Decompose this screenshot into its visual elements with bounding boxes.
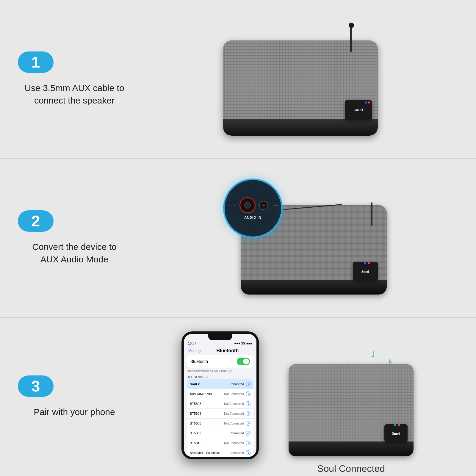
device-audi-name: Audi MMI 3799 — [190, 392, 224, 396]
device-bt5808-1-name: BT5808 — [190, 402, 224, 405]
smof-logo-1: Smof — [354, 108, 364, 112]
step-3-speaker: Smof — [289, 358, 416, 456]
bluetooth-label: Bluetooth — [190, 359, 208, 364]
step-1-speaker: Smof — [217, 23, 384, 136]
device-audi-info[interactable]: ℹ — [246, 392, 250, 396]
smof-logo-3: Smof — [392, 431, 400, 436]
device-bt5808-3-status: Not Connected — [224, 422, 244, 425]
device-bt5815-info[interactable]: ℹ — [246, 441, 250, 445]
step-1-badge: 1 — [18, 51, 54, 73]
smof-device-3: Smof — [384, 424, 408, 442]
bluetooth-toggle[interactable] — [237, 358, 250, 365]
smof-logo-2: Smof — [361, 270, 369, 274]
device-bt5815-status: Not Connected — [224, 441, 244, 445]
device-bose-mini-status: Connected — [230, 451, 244, 455]
device-soul2-info[interactable]: ℹ — [246, 382, 250, 386]
smof-device-1: Smof — [345, 100, 372, 120]
device-soul2-name: Soul 2 — [190, 382, 230, 386]
soul-connected-text: Soul Connected — [317, 463, 385, 474]
my-devices-header: MY DEVICES — [187, 374, 253, 379]
device-bt5808-2-name: BT5808 — [190, 412, 224, 415]
phone-time: 16:37 — [188, 342, 196, 345]
phone-back-label: Settings — [189, 349, 202, 353]
step-2-badge: 2 — [18, 210, 54, 232]
audio-in-label: AUDIO IN — [244, 216, 262, 219]
step-3-badge: 3 — [18, 375, 54, 397]
step-2-description: Convert the device toAUX Audio Mode — [18, 241, 131, 266]
phone-nav-bar: ‹ Settings Bluetooth — [184, 346, 256, 355]
step-2-row: 2 Convert the device toAUX Audio Mode TA… — [0, 159, 476, 318]
speaker-body-1 — [223, 40, 378, 136]
device-bt5808-2[interactable]: BT5808 Not Connected ℹ — [187, 409, 253, 419]
device-bt5808-1-info[interactable]: ℹ — [246, 401, 250, 406]
device-bt5808-1[interactable]: BT5808 Not Connected ℹ — [187, 399, 253, 409]
device-list: Soul 2 Connected ℹ Audi MMI 3799 Not Con… — [187, 379, 253, 457]
step-3-speaker-area: ♪ ♫ ♩ ♪ ♬ — [283, 337, 419, 456]
phone-notch — [208, 334, 232, 340]
device-bt5808-3-name: BT5808 — [190, 422, 224, 425]
phone-body: 16:37 ●●● 3G ■■■ ‹ Settings Bluetooth — [181, 331, 259, 459]
speaker-base-1 — [223, 119, 378, 136]
device-bose-mini-info[interactable]: ℹ — [246, 450, 250, 455]
step-3-left: 3 Pair with your phone — [18, 375, 143, 418]
step-3-description: Pair with your phone — [18, 406, 131, 418]
device-bt5809-name: BT5809 — [190, 431, 230, 435]
device-bt5809-status: Connected — [230, 432, 244, 435]
bluetooth-toggle-row: Bluetooth — [187, 355, 253, 368]
device-bt5808-1-status: Not Connected — [224, 402, 244, 405]
device-bt5808-3[interactable]: BT5808 Not Connected ℹ — [187, 419, 253, 428]
step-1-description: Use 3.5mm AUX cable toconnect the speake… — [18, 82, 131, 107]
step-2-right: TATUS SUB AUDIO IN — [143, 168, 458, 308]
phone-screen: 16:37 ●●● 3G ■■■ ‹ Settings Bluetooth — [184, 334, 256, 457]
phone-content: Bluetooth Now discoverable as "My iPhone… — [184, 355, 256, 457]
device-bose-mini[interactable]: Bose Mini II SoundLink Connected ℹ — [187, 448, 253, 457]
step-1-row: 1 Use 3.5mm AUX cable toconnect the spea… — [0, 0, 476, 159]
smof-device-2: Smof — [353, 262, 378, 281]
step-3-right: 16:37 ●●● 3G ■■■ ‹ Settings Bluetooth — [143, 327, 458, 467]
device-bt5808-3-info[interactable]: ℹ — [246, 421, 250, 426]
device-bt5809[interactable]: BT5809 Connected ✓ — [187, 428, 253, 438]
device-bt5808-2-status: Not Connected — [224, 412, 244, 415]
music-note-3: ♩ — [371, 349, 375, 359]
phone-status-bar: 16:37 ●●● 3G ■■■ — [184, 340, 256, 346]
device-bt5808-2-info[interactable]: ℹ — [246, 411, 250, 416]
step-3-row: 3 Pair with your phone 16:37 ●●● 3G ■■■ — [0, 318, 476, 476]
bt-subtitle: Now discoverable as "My iPhone (2)" — [187, 369, 253, 374]
step-1-left: 1 Use 3.5mm AUX cable toconnect the spea… — [18, 51, 143, 107]
phone: 16:37 ●●● 3G ■■■ ‹ Settings Bluetooth — [181, 331, 265, 462]
main-container: 1 Use 3.5mm AUX cable toconnect the spea… — [0, 0, 476, 476]
step-1-right: Smof — [143, 9, 458, 149]
device-soul2-status: Connected — [230, 383, 244, 386]
device-soul2[interactable]: Soul 2 Connected ℹ — [187, 379, 253, 389]
device-audi-status: Not Connected — [224, 392, 244, 396]
audio-in-highlight: TATUS SUB AUDIO IN — [223, 178, 283, 238]
step-2-left: 2 Convert the device toAUX Audio Mode — [18, 210, 143, 266]
device-bt5815-name: BT5815 — [190, 441, 224, 445]
device-bose-mini-name: Bose Mini II SoundLink — [190, 451, 230, 455]
device-bt5809-info[interactable]: ✓ — [246, 431, 250, 436]
phone-back-button[interactable]: ‹ Settings — [187, 349, 202, 353]
phone-signal: ●●● 3G ■■■ — [234, 342, 252, 345]
device-audi[interactable]: Audi MMI 3799 Not Connected ℹ — [187, 389, 253, 399]
phone-page-title: Bluetooth — [217, 348, 239, 353]
device-bt5815[interactable]: BT5815 Not Connected ℹ — [187, 438, 253, 448]
